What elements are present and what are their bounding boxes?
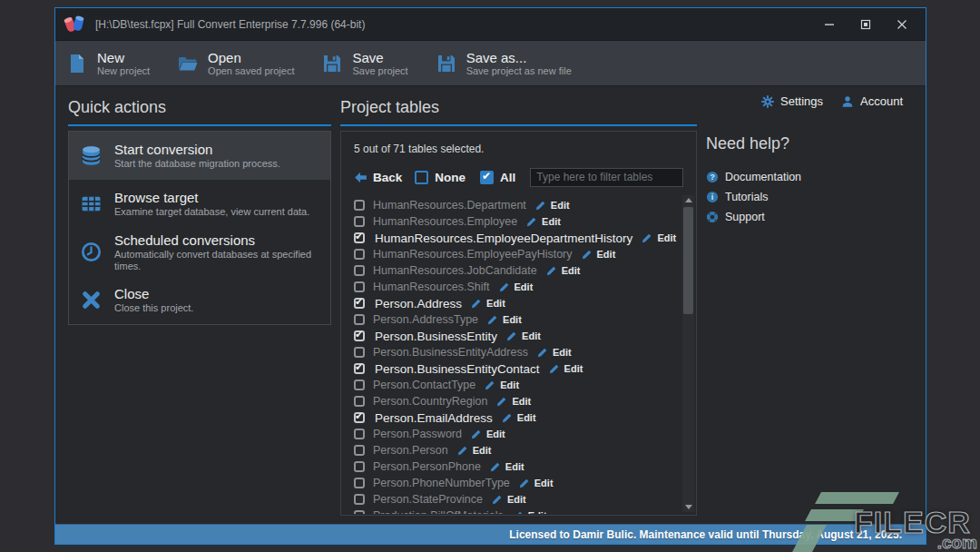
edit-link[interactable]: Edit (490, 461, 524, 472)
toolbar-button[interactable]: Save as... Save project as new file (436, 50, 572, 77)
edit-link[interactable]: Edit (471, 429, 505, 439)
table-row[interactable]: Person.StateProvince Edit (354, 491, 683, 508)
help-link-label: Tutorials (725, 191, 768, 203)
tables-scrollbar[interactable] (682, 195, 694, 512)
window-controls (811, 12, 920, 37)
project-tables-heading: Project tables (340, 95, 697, 119)
table-row[interactable]: Person.CountryRegion Edit (354, 393, 683, 409)
table-checkbox[interactable] (354, 249, 365, 260)
table-checkbox[interactable] (354, 314, 365, 325)
table-row[interactable]: Person.Address Edit (354, 295, 683, 311)
help-link-documentation[interactable]: ? Documentation (706, 167, 924, 187)
edit-link[interactable]: Edit (549, 363, 583, 374)
table-checkbox[interactable] (354, 265, 365, 276)
edit-link[interactable]: Edit (487, 314, 522, 325)
select-all-control[interactable]: All (480, 171, 515, 184)
edit-link[interactable]: Edit (582, 249, 616, 260)
table-checkbox[interactable] (354, 510, 365, 514)
all-checkbox[interactable] (480, 171, 494, 184)
database-cylinders-icon (63, 13, 86, 36)
table-checkbox[interactable] (354, 232, 365, 243)
table-row[interactable]: Person.ContactType Edit (354, 377, 683, 393)
table-row[interactable]: Person.PersonPhone Edit (354, 458, 683, 475)
table-checkbox[interactable] (354, 380, 365, 390)
edit-link[interactable]: Edit (546, 265, 581, 276)
edit-link[interactable]: Edit (526, 216, 561, 227)
table-row[interactable]: HumanResources.Employee Edit (354, 213, 683, 230)
toolbar-button[interactable]: New New project (66, 50, 150, 77)
table-row[interactable]: Person.AddressType Edit (354, 311, 683, 328)
scrollbar-thumb[interactable] (683, 207, 693, 314)
edit-link[interactable]: Edit (642, 232, 676, 243)
pencil-icon (546, 265, 557, 276)
edit-label: Edit (473, 445, 492, 456)
quick-action-close[interactable]: Close Close this project. (69, 276, 330, 324)
all-label: All (500, 171, 515, 184)
table-row[interactable]: HumanResources.Shift Edit (354, 279, 683, 295)
scroll-down-icon[interactable] (682, 502, 694, 512)
table-row[interactable]: Person.EmailAddress Edit (354, 409, 683, 426)
table-row[interactable]: Person.BusinessEntityContact Edit (354, 360, 683, 377)
table-checkbox[interactable] (354, 429, 365, 439)
minimize-button[interactable] (811, 12, 848, 37)
edit-link[interactable]: Edit (502, 412, 536, 423)
table-checkbox[interactable] (354, 363, 365, 374)
table-checkbox[interactable] (354, 494, 365, 505)
close-button[interactable] (884, 12, 920, 37)
quick-action-browse-target[interactable]: Browse target Examine target database, v… (69, 180, 330, 228)
table-checkbox[interactable] (354, 200, 365, 211)
table-checkbox[interactable] (354, 396, 365, 407)
table-name: HumanResources.Shift (373, 281, 490, 293)
table-checkbox[interactable] (354, 445, 365, 456)
quick-action-scheduled-conversions[interactable]: Scheduled conversions Automatically conv… (69, 228, 330, 276)
titlebar[interactable]: [H:\DB\test.fcpx] Full Convert Enterpris… (55, 8, 926, 40)
table-checkbox[interactable] (354, 478, 365, 488)
toolbar-button[interactable]: Open Open saved project (177, 50, 294, 77)
table-row[interactable]: HumanResources.Department Edit (354, 197, 683, 213)
select-none-control[interactable]: None (415, 171, 466, 184)
settings-button[interactable]: Settings (761, 94, 823, 108)
quick-action-start-conversion[interactable]: Start conversion Start the database migr… (69, 132, 330, 180)
table-row[interactable]: HumanResources.JobCandidate Edit (354, 262, 683, 279)
edit-link[interactable]: Edit (457, 445, 492, 456)
help-link-support[interactable]: Support (706, 207, 924, 227)
edit-link[interactable]: Edit (535, 200, 570, 211)
edit-link[interactable]: Edit (537, 347, 572, 358)
edit-link[interactable]: Edit (513, 510, 547, 514)
account-button[interactable]: Account (841, 94, 903, 108)
table-row[interactable]: Person.Person Edit (354, 442, 683, 458)
database-icon (80, 144, 103, 167)
edit-link[interactable]: Edit (496, 396, 531, 407)
pencil-icon (535, 200, 546, 211)
table-checkbox[interactable] (354, 347, 365, 358)
pencil-icon (582, 249, 593, 260)
edit-link[interactable]: Edit (471, 298, 505, 309)
table-checkbox[interactable] (354, 298, 365, 309)
help-link-tutorials[interactable]: i Tutorials (706, 187, 924, 207)
table-row[interactable]: Person.BusinessEntityAddress Edit (354, 344, 683, 360)
pencil-icon (519, 478, 530, 488)
pencil-icon (457, 445, 468, 456)
back-button[interactable]: Back (354, 171, 402, 184)
toolbar-button[interactable]: Save Save project (321, 50, 407, 77)
filter-tables-input[interactable] (530, 168, 683, 187)
table-row[interactable]: HumanResources.EmployeePayHistory Edit (354, 246, 683, 262)
table-checkbox[interactable] (354, 281, 365, 292)
table-checkbox[interactable] (354, 330, 365, 341)
edit-link[interactable]: Edit (519, 478, 554, 488)
table-row[interactable]: Person.Password Edit (354, 426, 683, 442)
table-checkbox[interactable] (354, 412, 365, 423)
table-checkbox[interactable] (354, 216, 365, 227)
edit-link[interactable]: Edit (492, 494, 526, 505)
none-checkbox[interactable] (415, 171, 428, 184)
maximize-button[interactable] (848, 12, 884, 37)
edit-link[interactable]: Edit (499, 281, 534, 292)
scroll-up-icon[interactable] (682, 195, 694, 205)
edit-link[interactable]: Edit (485, 380, 519, 390)
table-row[interactable]: Production.BillOfMaterials Edit (354, 508, 683, 514)
table-checkbox[interactable] (354, 461, 365, 472)
table-row[interactable]: Person.PhoneNumberType Edit (354, 475, 683, 491)
edit-link[interactable]: Edit (506, 330, 541, 341)
table-row[interactable]: HumanResources.EmployeeDepartmentHistory… (354, 230, 683, 246)
table-row[interactable]: Person.BusinessEntity Edit (354, 328, 683, 344)
